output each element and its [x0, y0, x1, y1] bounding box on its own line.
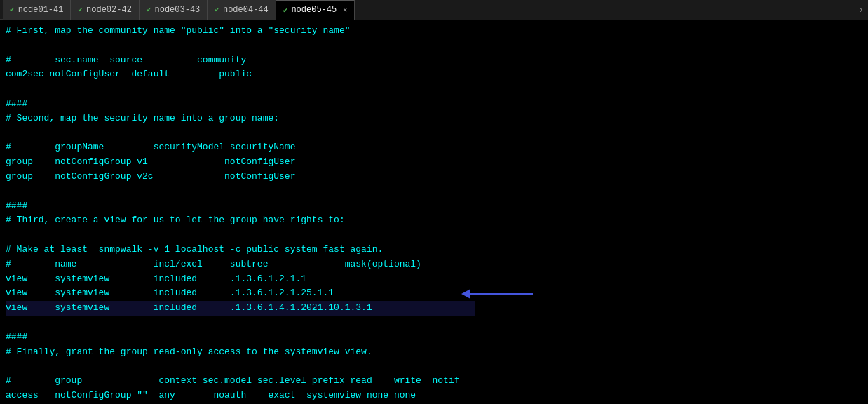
check-icon: ✔ — [147, 5, 151, 14]
line-blank-6 — [6, 316, 862, 330]
line-7: # Second, map the security name into a g… — [6, 112, 862, 126]
tab-label: node03-43 — [155, 5, 201, 15]
line-22: #### — [6, 330, 862, 345]
check-icon: ✔ — [10, 5, 15, 14]
tab-label: node01-41 — [18, 5, 64, 15]
line-19: view systemview included .1.3.6.1.2.1.25… — [6, 286, 862, 301]
line-3: # sec.name source community — [6, 53, 862, 68]
line-blank-5 — [6, 228, 862, 243]
collapse-button[interactable]: › — [854, 0, 868, 20]
line-23: # Finally, grant the group read-only acc… — [6, 345, 862, 360]
line-6: #### — [6, 97, 862, 112]
tab-label: node05-45 — [291, 5, 337, 15]
tab-spacer — [355, 0, 854, 20]
tab-label: node04-44 — [223, 5, 269, 15]
check-icon: ✔ — [283, 6, 288, 15]
check-icon: ✔ — [78, 5, 83, 14]
tab-bar: ✔ node01-41 ✔ node02-42 ✔ node03-43 ✔ no… — [0, 0, 868, 20]
tab-node05-45[interactable]: ✔ node05-45 ✕ — [276, 0, 355, 20]
line-blank-2 — [6, 82, 862, 97]
tab-node02-42[interactable]: ✔ node02-42 — [71, 0, 139, 20]
line-13: #### — [6, 199, 862, 214]
line-16: # Make at least snmpwalk -v 1 localhost … — [6, 243, 862, 257]
line-25: # group context sec.model sec.level pref… — [6, 374, 862, 389]
line-26: access notConfigGroup "" any noauth exac… — [6, 389, 862, 403]
check-icon: ✔ — [215, 5, 219, 14]
line-blank-4 — [6, 184, 862, 199]
tab-node03-43[interactable]: ✔ node03-43 — [140, 0, 208, 20]
line-20-highlighted: view systemview included .1.3.6.1.4.1.20… — [6, 301, 475, 316]
line-9: # groupName securityModel securityName — [6, 140, 862, 155]
line-4: com2sec notConfigUser default public — [6, 67, 862, 82]
line-10: group notConfigGroup v1 notConfigUser — [6, 155, 862, 170]
tab-node01-41[interactable]: ✔ node01-41 — [3, 0, 71, 20]
line-11: group notConfigGroup v2c notConfigUser — [6, 170, 862, 184]
line-17: # name incl/excl subtree mask(optional) — [6, 257, 862, 272]
arrow-annotation — [470, 293, 533, 295]
line-blank-1 — [6, 39, 862, 53]
terminal: # First, map the community name "public"… — [0, 20, 868, 404]
close-icon[interactable]: ✕ — [343, 6, 347, 14]
tab-label: node02-42 — [86, 5, 132, 15]
line-blank-3 — [6, 126, 862, 141]
line-18: view systemview included .1.3.6.1.2.1.1 — [6, 272, 862, 287]
line-blank-7 — [6, 359, 862, 374]
tab-node04-44[interactable]: ✔ node04-44 — [208, 0, 276, 20]
line-1: # First, map the community name "public"… — [6, 24, 862, 39]
line-14: # Third, create a view for us to let the… — [6, 213, 862, 228]
